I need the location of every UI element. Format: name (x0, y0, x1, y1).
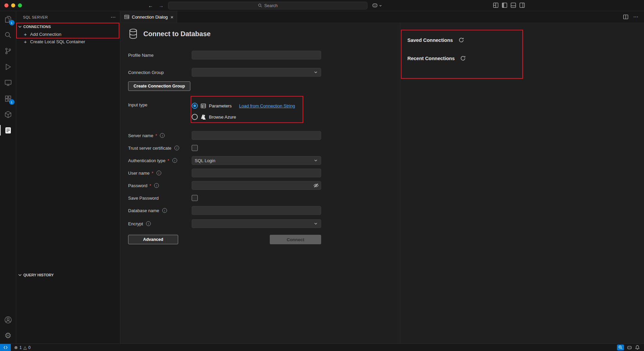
server-name-input[interactable] (192, 131, 321, 140)
create-connection-group-row: Create Connection Group (128, 81, 321, 91)
sidebar-item-run-debug[interactable] (0, 59, 16, 75)
info-icon: i (162, 208, 167, 213)
toggle-panel-icon[interactable] (510, 2, 516, 8)
connection-dialog-form: Connect to Database Profile Name Connect… (121, 23, 400, 344)
search-placeholder: Search (264, 3, 278, 8)
user-name-label: User name (128, 171, 150, 176)
password-row: Password * i (128, 181, 321, 190)
forward-arrow-icon[interactable]: → (159, 3, 164, 8)
sidebar-item-extensions[interactable]: 1 (0, 91, 16, 106)
close-icon[interactable]: × (170, 15, 173, 20)
window-controls (4, 3, 22, 7)
remote-indicator[interactable] (0, 344, 11, 351)
save-password-row: Save Password (128, 194, 321, 202)
editor-more-actions-icon[interactable]: ⋯ (633, 14, 639, 20)
profile-name-input[interactable] (192, 51, 321, 59)
toggle-primary-sidebar-icon[interactable] (502, 2, 507, 8)
problems-indicator[interactable]: ⊗ 1 △ 0 (14, 345, 30, 350)
explorer-badge: 1 (9, 20, 15, 25)
encrypt-dropdown[interactable] (192, 219, 321, 228)
database-name-input[interactable] (192, 206, 321, 215)
source-control-icon (4, 47, 12, 55)
editor-area: Connection Dialog × ⋯ Connect to Databas… (121, 11, 644, 344)
parameters-radio[interactable] (192, 103, 198, 109)
sidebar-more-actions-icon[interactable]: ⋯ (111, 14, 116, 20)
search-icon (258, 3, 262, 8)
settings-button[interactable]: ⚙ (0, 328, 16, 344)
password-input[interactable] (192, 181, 321, 190)
create-local-sql-container-item[interactable]: + Create Local SQL Container (16, 38, 120, 45)
sidebar-item-explorer[interactable]: 1 (0, 11, 16, 27)
authentication-type-dropdown[interactable]: SQL Login (192, 156, 321, 165)
required-marker: * (149, 183, 151, 188)
minimize-window-button[interactable] (11, 3, 15, 7)
split-editor-icon[interactable] (623, 14, 628, 20)
azure-icon (200, 114, 206, 120)
authentication-type-label: Authentication type (128, 158, 166, 163)
database-name-row: Database name i (128, 206, 321, 215)
recent-connections-title: Recent Connections (407, 56, 455, 61)
remote-explorer-icon (4, 79, 12, 87)
connection-group-dropdown[interactable] (192, 68, 321, 77)
tab-connection-dialog[interactable]: Connection Dialog × (121, 11, 177, 23)
connect-button[interactable]: Connect (270, 235, 321, 244)
status-bar: ⊗ 1 △ 0 (0, 344, 644, 351)
load-from-connection-string-link[interactable]: Load from Connection String (239, 103, 295, 108)
parameters-option-label: Parameters (209, 103, 232, 108)
sidebar-item-source-control[interactable] (0, 43, 16, 59)
search-input[interactable]: Search (168, 2, 367, 9)
connections-panel: Saved Connections Recent Connections (400, 23, 644, 344)
connections-section-header[interactable]: CONNECTIONS (16, 23, 120, 30)
required-marker: * (168, 158, 169, 163)
back-arrow-icon[interactable]: ← (148, 3, 153, 8)
customize-layout-icon[interactable] (493, 2, 499, 8)
sidebar-item-container-tools[interactable] (0, 106, 16, 122)
user-name-input[interactable] (192, 169, 321, 177)
tab-bar: Connection Dialog × ⋯ (121, 11, 644, 23)
query-history-section-header[interactable]: QUERY HISTORY (16, 271, 120, 279)
error-icon: ⊗ (14, 345, 18, 350)
refresh-icon[interactable] (460, 55, 466, 61)
copilot-menu-button[interactable] (372, 2, 382, 8)
sidebar-item-sql-server[interactable] (0, 122, 16, 138)
advanced-button[interactable]: Advanced (128, 235, 178, 244)
cube-icon (4, 110, 12, 119)
maximize-window-button[interactable] (18, 3, 22, 7)
profile-name-row: Profile Name (128, 51, 321, 59)
error-count: 1 (19, 345, 22, 350)
sidebar-item-remote-explorer[interactable] (0, 75, 16, 91)
connection-group-label: Connection Group (128, 70, 164, 75)
show-password-icon[interactable] (313, 183, 319, 188)
sidebar-title: SQL SERVER (23, 15, 48, 19)
info-icon: i (174, 146, 179, 150)
profile-name-label: Profile Name (128, 53, 153, 58)
encrypt-label: Encrypt (128, 221, 143, 226)
create-connection-group-button[interactable]: Create Connection Group (128, 81, 190, 91)
sidebar-item-search[interactable] (0, 27, 16, 43)
info-icon: i (146, 221, 151, 226)
accounts-button[interactable] (0, 312, 16, 328)
saved-connections-title: Saved Connections (407, 37, 453, 43)
input-type-row: Input type Parameters Load from Connecti… (128, 101, 321, 122)
toggle-secondary-sidebar-icon[interactable] (519, 2, 525, 8)
connections-section-label: CONNECTIONS (23, 25, 51, 29)
recent-connections-row: Recent Connections (407, 55, 644, 61)
trust-server-certificate-checkbox[interactable] (192, 145, 198, 151)
close-window-button[interactable] (4, 3, 8, 7)
add-connection-item[interactable]: + Add Connection (16, 30, 120, 38)
run-debug-icon (4, 63, 12, 71)
zoom-indicator[interactable] (617, 345, 624, 350)
plus-icon: + (23, 32, 28, 37)
sql-server-sidebar: SQL SERVER ⋯ CONNECTIONS + Add Connectio… (16, 11, 120, 344)
browse-azure-radio[interactable] (192, 114, 198, 120)
copilot-icon[interactable] (627, 345, 632, 350)
password-label: Password (128, 183, 147, 188)
saved-connections-row: Saved Connections (407, 37, 644, 43)
notifications-bell-icon[interactable] (635, 345, 640, 350)
form-buttons-row: Advanced Connect (128, 235, 321, 244)
refresh-icon[interactable] (458, 37, 464, 43)
save-password-checkbox[interactable] (192, 195, 198, 201)
activity-bar: 1 1 (0, 11, 16, 344)
tab-label: Connection Dialog (132, 15, 168, 20)
save-password-label: Save Password (128, 196, 159, 201)
